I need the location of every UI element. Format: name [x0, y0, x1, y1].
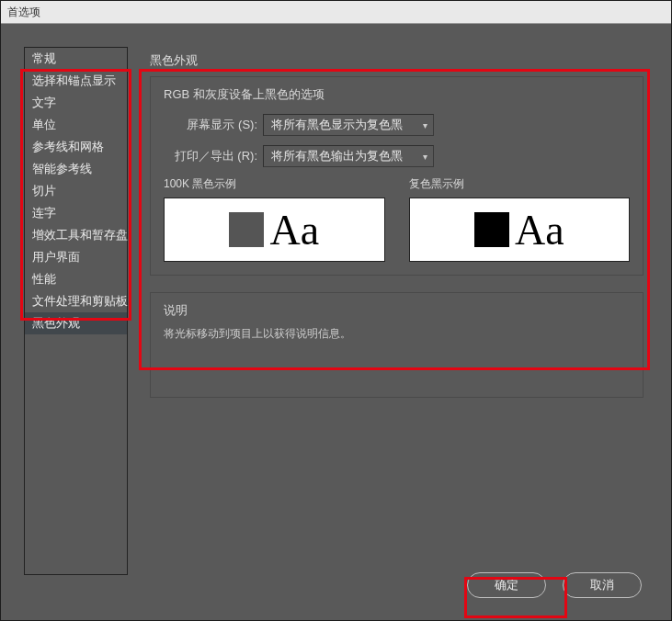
description-group: 说明 将光标移动到项目上以获得说明信息。: [150, 292, 644, 398]
swatch-100k: [229, 212, 264, 247]
sidebar-item-smart-guides[interactable]: 智能参考线: [25, 158, 127, 180]
section-title: 黑色外观: [150, 52, 644, 69]
sidebar-item-selection-anchor[interactable]: 选择和锚点显示: [25, 70, 127, 92]
description-text: 将光标移动到项目上以获得说明信息。: [164, 326, 630, 342]
sidebar-item-units[interactable]: 单位: [25, 114, 127, 136]
sample-100k-box: Aa: [164, 198, 385, 262]
sidebar-item-performance[interactable]: 性能: [25, 268, 127, 290]
screen-display-label: 屏幕显示 (S):: [164, 117, 257, 133]
window-title: 首选项: [1, 1, 671, 24]
screen-display-value: 将所有黑色显示为复色黑: [271, 117, 403, 133]
sample-rich-box: Aa: [409, 198, 631, 262]
sidebar-item-guides-grid[interactable]: 参考线和网格: [25, 136, 127, 158]
sample-100k-label: 100K 黑色示例: [164, 176, 385, 192]
sample-100k-text: Aa: [269, 206, 319, 254]
swatch-rich: [474, 212, 509, 247]
preferences-window: 首选项 常规 选择和锚点显示 文字 单位 参考线和网格 智能参考线 切片 连字 …: [0, 0, 672, 621]
ok-button[interactable]: 确定: [467, 572, 546, 598]
sidebar: 常规 选择和锚点显示 文字 单位 参考线和网格 智能参考线 切片 连字 增效工具…: [24, 47, 128, 575]
sidebar-item-hyphenation[interactable]: 连字: [25, 202, 127, 224]
chevron-down-icon: ▾: [423, 120, 427, 130]
body-area: 常规 选择和锚点显示 文字 单位 参考线和网格 智能参考线 切片 连字 增效工具…: [1, 24, 671, 620]
cancel-button[interactable]: 取消: [563, 572, 642, 598]
sidebar-item-slices[interactable]: 切片: [25, 180, 127, 202]
description-title: 说明: [164, 302, 630, 319]
samples-row: 100K 黑色示例 Aa 复色黑示例 Aa: [164, 176, 630, 262]
print-export-value: 将所有黑色输出为复色黑: [271, 148, 403, 164]
print-export-row: 打印／导出 (R): 将所有黑色输出为复色黑 ▾: [164, 145, 630, 167]
sample-rich-text: Aa: [515, 206, 564, 254]
group-title: RGB 和灰度设备上黑色的选项: [164, 86, 630, 103]
sample-rich: 复色黑示例 Aa: [409, 176, 631, 262]
sidebar-item-black-appearance[interactable]: 黑色外观: [25, 312, 127, 334]
sidebar-item-general[interactable]: 常规: [25, 48, 127, 70]
screen-display-row: 屏幕显示 (S): 将所有黑色显示为复色黑 ▾: [164, 114, 630, 136]
sidebar-item-ui[interactable]: 用户界面: [25, 246, 127, 268]
sidebar-item-plugins-scratch[interactable]: 增效工具和暂存盘: [25, 224, 127, 246]
button-row: 确定 取消: [467, 572, 642, 598]
sample-rich-label: 复色黑示例: [409, 176, 631, 192]
main-panel: 黑色外观 RGB 和灰度设备上黑色的选项 屏幕显示 (S): 将所有黑色显示为复…: [137, 47, 671, 620]
sidebar-item-file-clipboard[interactable]: 文件处理和剪贴板: [25, 290, 127, 312]
sample-100k: 100K 黑色示例 Aa: [164, 176, 385, 262]
print-export-dropdown[interactable]: 将所有黑色输出为复色黑 ▾: [263, 145, 434, 167]
screen-display-dropdown[interactable]: 将所有黑色显示为复色黑 ▾: [263, 114, 434, 136]
print-export-label: 打印／导出 (R):: [164, 148, 257, 164]
chevron-down-icon: ▾: [423, 152, 427, 162]
options-group: RGB 和灰度设备上黑色的选项 屏幕显示 (S): 将所有黑色显示为复色黑 ▾ …: [150, 76, 644, 276]
sidebar-item-type[interactable]: 文字: [25, 92, 127, 114]
